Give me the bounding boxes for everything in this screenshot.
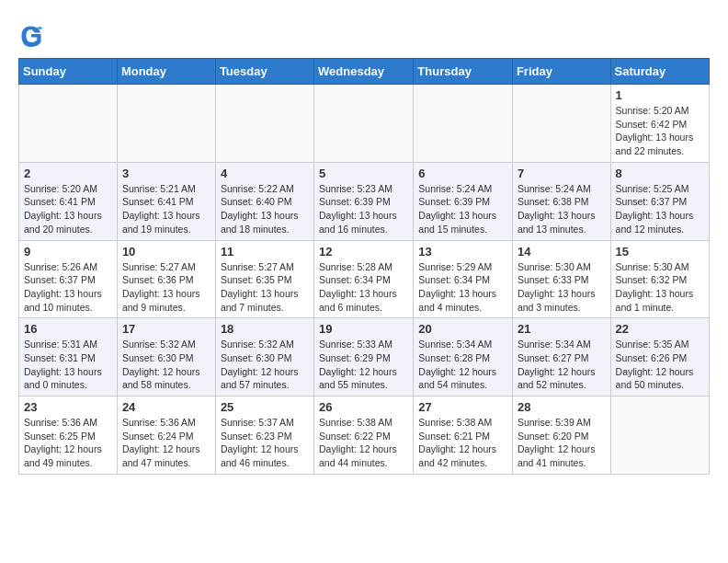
day-number: 16 (24, 322, 112, 336)
calendar-day-cell: 25Sunrise: 5:37 AM Sunset: 6:23 PM Dayli… (215, 396, 313, 475)
day-number: 18 (221, 322, 309, 336)
calendar-day-cell: 22Sunrise: 5:35 AM Sunset: 6:26 PM Dayli… (610, 318, 709, 396)
day-number: 15 (616, 245, 704, 259)
day-number: 13 (418, 245, 507, 259)
calendar-day-cell: 21Sunrise: 5:34 AM Sunset: 6:27 PM Dayli… (512, 318, 610, 396)
day-info: Sunrise: 5:22 AM Sunset: 6:40 PM Dayligh… (221, 182, 309, 236)
calendar-day-cell: 8Sunrise: 5:25 AM Sunset: 6:37 PM Daylig… (610, 162, 709, 240)
day-number: 22 (616, 322, 704, 336)
calendar-day-cell (512, 85, 610, 163)
calendar-day-cell: 4Sunrise: 5:22 AM Sunset: 6:40 PM Daylig… (215, 162, 313, 240)
day-info: Sunrise: 5:36 AM Sunset: 6:24 PM Dayligh… (122, 416, 210, 470)
day-info: Sunrise: 5:34 AM Sunset: 6:28 PM Dayligh… (418, 338, 507, 392)
day-number: 27 (418, 400, 507, 414)
day-info: Sunrise: 5:24 AM Sunset: 6:38 PM Dayligh… (518, 182, 606, 236)
day-number: 9 (24, 245, 112, 259)
calendar-day-cell: 26Sunrise: 5:38 AM Sunset: 6:22 PM Dayli… (314, 396, 414, 475)
calendar-day-cell: 15Sunrise: 5:30 AM Sunset: 6:32 PM Dayli… (610, 240, 709, 318)
calendar-day-cell: 3Sunrise: 5:21 AM Sunset: 6:41 PM Daylig… (117, 162, 215, 240)
day-number: 10 (122, 245, 210, 259)
calendar-week-row: 23Sunrise: 5:36 AM Sunset: 6:25 PM Dayli… (19, 396, 710, 475)
day-number: 24 (122, 400, 210, 414)
day-number: 11 (221, 245, 309, 259)
day-info: Sunrise: 5:27 AM Sunset: 6:35 PM Dayligh… (221, 260, 309, 315)
calendar-header-friday: Friday (512, 59, 610, 85)
day-number: 26 (319, 400, 408, 414)
calendar-week-row: 16Sunrise: 5:31 AM Sunset: 6:31 PM Dayli… (19, 318, 710, 396)
day-number: 2 (24, 167, 112, 180)
calendar-week-row: 9Sunrise: 5:26 AM Sunset: 6:37 PM Daylig… (19, 240, 710, 318)
day-number: 25 (221, 400, 309, 414)
day-info: Sunrise: 5:33 AM Sunset: 6:29 PM Dayligh… (319, 338, 408, 392)
day-info: Sunrise: 5:30 AM Sunset: 6:33 PM Dayligh… (518, 260, 606, 315)
day-info: Sunrise: 5:32 AM Sunset: 6:30 PM Dayligh… (122, 338, 210, 392)
calendar-day-cell: 16Sunrise: 5:31 AM Sunset: 6:31 PM Dayli… (19, 318, 118, 396)
calendar-day-cell (414, 85, 513, 163)
day-number: 1 (616, 88, 704, 102)
day-info: Sunrise: 5:27 AM Sunset: 6:36 PM Dayligh… (122, 260, 210, 315)
calendar-day-cell: 18Sunrise: 5:32 AM Sunset: 6:30 PM Dayli… (215, 318, 313, 396)
page-header (18, 18, 710, 49)
calendar-day-cell: 17Sunrise: 5:32 AM Sunset: 6:30 PM Dayli… (117, 318, 215, 396)
calendar-day-cell: 14Sunrise: 5:30 AM Sunset: 6:33 PM Dayli… (512, 240, 610, 318)
calendar-header-saturday: Saturday (610, 59, 709, 85)
day-number: 21 (518, 322, 606, 336)
day-info: Sunrise: 5:24 AM Sunset: 6:39 PM Dayligh… (418, 182, 507, 236)
calendar-header-thursday: Thursday (414, 59, 513, 85)
calendar-header-monday: Monday (117, 59, 215, 85)
day-info: Sunrise: 5:20 AM Sunset: 6:41 PM Dayligh… (24, 182, 112, 236)
day-info: Sunrise: 5:28 AM Sunset: 6:34 PM Dayligh… (319, 260, 408, 315)
calendar-day-cell: 10Sunrise: 5:27 AM Sunset: 6:36 PM Dayli… (117, 240, 215, 318)
calendar-day-cell: 6Sunrise: 5:24 AM Sunset: 6:39 PM Daylig… (414, 162, 513, 240)
calendar-day-cell (314, 85, 414, 163)
calendar-day-cell: 7Sunrise: 5:24 AM Sunset: 6:38 PM Daylig… (512, 162, 610, 240)
day-number: 4 (221, 167, 309, 180)
calendar-day-cell (19, 85, 118, 163)
calendar-day-cell: 12Sunrise: 5:28 AM Sunset: 6:34 PM Dayli… (314, 240, 414, 318)
logo (18, 23, 46, 49)
day-info: Sunrise: 5:38 AM Sunset: 6:22 PM Dayligh… (319, 416, 408, 470)
day-info: Sunrise: 5:31 AM Sunset: 6:31 PM Dayligh… (24, 338, 112, 392)
day-number: 17 (122, 322, 210, 336)
day-info: Sunrise: 5:30 AM Sunset: 6:32 PM Dayligh… (616, 260, 704, 315)
calendar-day-cell: 13Sunrise: 5:29 AM Sunset: 6:34 PM Dayli… (414, 240, 513, 318)
calendar-day-cell: 5Sunrise: 5:23 AM Sunset: 6:39 PM Daylig… (314, 162, 414, 240)
day-info: Sunrise: 5:25 AM Sunset: 6:37 PM Dayligh… (616, 182, 704, 236)
day-info: Sunrise: 5:34 AM Sunset: 6:27 PM Dayligh… (518, 338, 606, 392)
calendar-day-cell: 19Sunrise: 5:33 AM Sunset: 6:29 PM Dayli… (314, 318, 414, 396)
calendar-day-cell: 11Sunrise: 5:27 AM Sunset: 6:35 PM Dayli… (215, 240, 313, 318)
calendar-day-cell: 24Sunrise: 5:36 AM Sunset: 6:24 PM Dayli… (117, 396, 215, 475)
day-number: 8 (616, 167, 704, 180)
day-number: 7 (518, 167, 606, 180)
day-info: Sunrise: 5:36 AM Sunset: 6:25 PM Dayligh… (24, 416, 112, 470)
calendar-header-row: SundayMondayTuesdayWednesdayThursdayFrid… (19, 59, 710, 85)
day-number: 28 (518, 400, 606, 414)
day-info: Sunrise: 5:38 AM Sunset: 6:21 PM Dayligh… (418, 416, 507, 470)
logo-icon (18, 23, 44, 49)
calendar-week-row: 2Sunrise: 5:20 AM Sunset: 6:41 PM Daylig… (19, 162, 710, 240)
calendar-day-cell: 23Sunrise: 5:36 AM Sunset: 6:25 PM Dayli… (19, 396, 118, 475)
calendar-week-row: 1Sunrise: 5:20 AM Sunset: 6:42 PM Daylig… (19, 85, 710, 163)
day-info: Sunrise: 5:37 AM Sunset: 6:23 PM Dayligh… (221, 416, 309, 470)
calendar-header-tuesday: Tuesday (215, 59, 313, 85)
calendar-header-sunday: Sunday (19, 59, 118, 85)
day-info: Sunrise: 5:23 AM Sunset: 6:39 PM Dayligh… (319, 182, 408, 236)
calendar-day-cell (610, 396, 709, 475)
calendar-day-cell: 28Sunrise: 5:39 AM Sunset: 6:20 PM Dayli… (512, 396, 610, 475)
calendar-day-cell: 2Sunrise: 5:20 AM Sunset: 6:41 PM Daylig… (19, 162, 118, 240)
day-info: Sunrise: 5:39 AM Sunset: 6:20 PM Dayligh… (518, 416, 606, 470)
day-info: Sunrise: 5:26 AM Sunset: 6:37 PM Dayligh… (24, 260, 112, 315)
calendar-day-cell (215, 85, 313, 163)
day-number: 3 (122, 167, 210, 180)
calendar-header-wednesday: Wednesday (314, 59, 414, 85)
day-info: Sunrise: 5:32 AM Sunset: 6:30 PM Dayligh… (221, 338, 309, 392)
day-info: Sunrise: 5:20 AM Sunset: 6:42 PM Dayligh… (616, 104, 704, 158)
day-number: 14 (518, 245, 606, 259)
calendar-table: SundayMondayTuesdayWednesdayThursdayFrid… (18, 58, 710, 475)
day-number: 6 (418, 167, 507, 180)
day-number: 19 (319, 322, 408, 336)
calendar-day-cell (117, 85, 215, 163)
day-info: Sunrise: 5:35 AM Sunset: 6:26 PM Dayligh… (616, 338, 704, 392)
day-number: 5 (319, 167, 408, 180)
day-info: Sunrise: 5:29 AM Sunset: 6:34 PM Dayligh… (418, 260, 507, 315)
